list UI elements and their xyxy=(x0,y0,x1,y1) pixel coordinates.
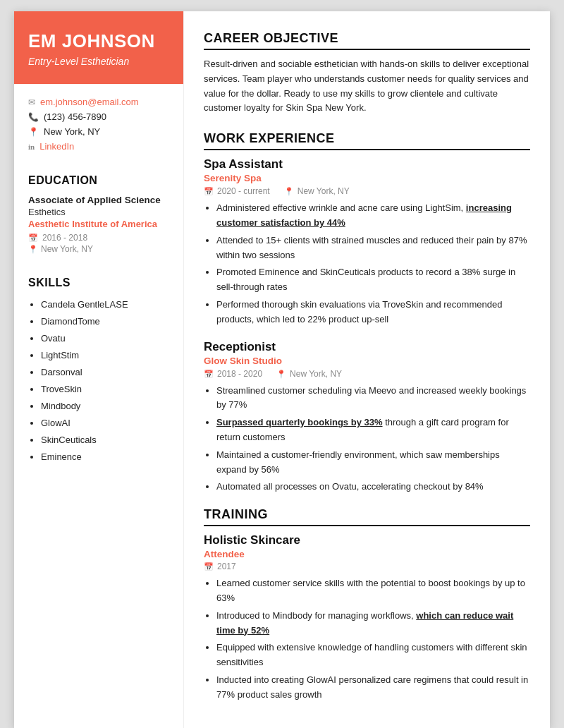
job-title: Receptionist xyxy=(204,340,530,354)
job-years: 2020 - current xyxy=(204,186,270,196)
training-bullets: Learned customer service skills with the… xyxy=(204,576,530,702)
job-company: Glow Skin Studio xyxy=(204,356,530,366)
education-section: EDUCATION Associate of Applied Science E… xyxy=(14,163,183,254)
highlighted-text: increasing customer satisfaction by 44% xyxy=(216,202,512,228)
phone-number: (123) 456-7890 xyxy=(44,111,106,122)
location-icon-job xyxy=(276,369,286,379)
job-meta: 2018 - 2020 New York, NY xyxy=(204,369,530,379)
calendar-icon-training xyxy=(204,562,214,571)
sidebar-header: EM JOHNSON Entry-Level Esthetician xyxy=(14,11,183,84)
training-year: 2017 xyxy=(204,562,530,571)
bullet-item: Introduced to Mindbody for managing work… xyxy=(216,609,530,638)
training-section: TRAINING Holistic Skincare Attendee 2017… xyxy=(204,507,530,702)
job-location: New York, NY xyxy=(276,369,342,379)
education-field: Esthetics xyxy=(28,207,169,217)
bullet-item: Automated all processes on Ovatu, accele… xyxy=(216,480,530,495)
education-title: EDUCATION xyxy=(28,174,169,187)
skills-section: SKILLS Candela GentleLASEDiamondTomeOvat… xyxy=(14,265,183,466)
sidebar: EM JOHNSON Entry-Level Esthetician em.jo… xyxy=(14,11,183,728)
objective-section-title: CAREER OBJECTIVE xyxy=(204,31,530,50)
skill-item: Ovatu xyxy=(41,330,169,347)
job-location: New York, NY xyxy=(284,186,350,196)
skills-list: Candela GentleLASEDiamondTomeOvatuLightS… xyxy=(28,296,169,466)
skill-item: SkinCeuticals xyxy=(41,432,169,449)
job-entry: Spa AssistantSerenity Spa 2020 - current… xyxy=(204,157,530,327)
phone-contact: (123) 456-7890 xyxy=(28,111,169,122)
objective-section: CAREER OBJECTIVE Result-driven and socia… xyxy=(204,31,530,116)
location-icon-job xyxy=(284,186,294,196)
training-role: Attendee xyxy=(204,549,530,559)
candidate-title: Entry-Level Esthetician xyxy=(28,56,169,67)
skills-title: SKILLS xyxy=(28,277,169,289)
skill-item: Mindbody xyxy=(41,398,169,415)
email-link[interactable]: em.johnson@email.com xyxy=(40,97,139,107)
skill-item: DiamondTome xyxy=(41,313,169,330)
skill-item: Eminence xyxy=(41,449,169,466)
jobs-container: Spa AssistantSerenity Spa 2020 - current… xyxy=(204,157,530,495)
skill-item: LightStim xyxy=(41,347,169,364)
main-content: CAREER OBJECTIVE Result-driven and socia… xyxy=(183,11,550,728)
location-icon-edu xyxy=(28,244,38,254)
education-location: New York, NY xyxy=(28,244,169,254)
education-years: 2016 - 2018 xyxy=(28,233,169,243)
bullet-item: Surpassed quarterly bookings by 33% thro… xyxy=(216,415,530,445)
bullet-item: Inducted into creating GlowAI personaliz… xyxy=(216,673,530,703)
training-title: Holistic Skincare xyxy=(204,533,530,547)
bullet-item: Equipped with extensive knowledge of han… xyxy=(216,641,530,670)
contact-section: em.johnson@email.com (123) 456-7890 New … xyxy=(14,84,183,163)
calendar-icon-job xyxy=(204,186,214,196)
bullet-item: Promoted Eminence and SkinCeuticals prod… xyxy=(216,265,530,295)
bullet-item: Maintained a customer-friendly environme… xyxy=(216,448,530,478)
bullet-item: Attended to 15+ clients with strained mu… xyxy=(216,233,530,263)
training-section-title: TRAINING xyxy=(204,507,530,526)
job-years: 2018 - 2020 xyxy=(204,369,262,379)
job-bullets: Administered effective wrinkle and acne … xyxy=(204,201,530,327)
job-bullets: Streamlined customer scheduling via Meev… xyxy=(204,384,530,495)
resume-container: EM JOHNSON Entry-Level Esthetician em.jo… xyxy=(14,11,550,728)
objective-text: Result-driven and sociable esthetician w… xyxy=(204,57,530,116)
education-degree: Associate of Applied Science xyxy=(28,194,169,207)
job-company: Serenity Spa xyxy=(204,173,530,183)
candidate-name: EM JOHNSON xyxy=(28,31,169,51)
highlighted-text: which can reduce wait time by 52% xyxy=(216,610,513,636)
work-experience-section: WORK EXPERIENCE Spa AssistantSerenity Sp… xyxy=(204,131,530,495)
location-text: New York, NY xyxy=(44,126,100,137)
skill-item: Darsonval xyxy=(41,364,169,381)
bullet-item: Administered effective wrinkle and acne … xyxy=(216,201,530,231)
job-meta: 2020 - current New York, NY xyxy=(204,186,530,196)
calendar-icon xyxy=(28,233,38,243)
calendar-icon-job xyxy=(204,369,214,379)
bullet-item: Performed thorough skin evaluations via … xyxy=(216,298,530,327)
email-contact: em.johnson@email.com xyxy=(28,97,169,107)
linkedin-contact: LinkedIn xyxy=(28,141,169,152)
education-school: Aesthetic Institute of America xyxy=(28,219,169,231)
job-title: Spa Assistant xyxy=(204,157,530,171)
skill-item: Candela GentleLASE xyxy=(41,296,169,313)
highlighted-text: Surpassed quarterly bookings by 33% xyxy=(216,417,383,427)
email-icon xyxy=(28,97,35,107)
work-section-title: WORK EXPERIENCE xyxy=(204,131,530,150)
linkedin-icon xyxy=(28,141,35,152)
linkedin-link[interactable]: LinkedIn xyxy=(39,141,74,152)
job-entry: ReceptionistGlow Skin Studio 2018 - 2020… xyxy=(204,340,530,495)
bullet-item: Learned customer service skills with the… xyxy=(216,576,530,606)
skill-item: TroveSkin xyxy=(41,381,169,398)
skill-item: GlowAI xyxy=(41,415,169,432)
bullet-item: Streamlined customer scheduling via Meev… xyxy=(216,384,530,413)
location-icon xyxy=(28,126,39,137)
phone-icon xyxy=(28,111,39,122)
location-contact: New York, NY xyxy=(28,126,169,137)
